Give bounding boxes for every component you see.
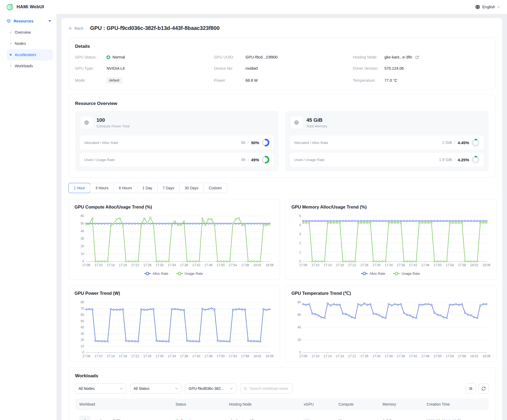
sidebar-item-accelerators[interactable]: Accelerators (7, 49, 53, 60)
svg-text:18:06: 18:06 (266, 354, 274, 358)
svg-text:20: 20 (298, 338, 301, 342)
workload-search[interactable] (240, 383, 292, 394)
svg-text:17:30: 17:30 (372, 354, 380, 358)
tab-3-hours[interactable]: 3 Hours (90, 183, 114, 193)
status-filter-select[interactable]: All Status (130, 383, 181, 394)
svg-text:1: 1 (299, 250, 301, 254)
svg-text:17:58: 17:58 (458, 354, 466, 358)
tab-7-days[interactable]: 7 Days (157, 183, 180, 193)
workload-name[interactable]: gpuburn-...-lb77m (94, 419, 124, 420)
tab-6-hours[interactable]: 6 Hours (114, 183, 137, 193)
title-row: Back GPU : GPU-f9cd036c-382f-b13d-443f-8… (68, 25, 495, 31)
detail-gpu-type: GPU Type: NVIDIA L4 (75, 66, 211, 70)
svg-text:18:06: 18:06 (266, 263, 274, 267)
refresh-button[interactable] (478, 383, 489, 394)
svg-text:2: 2 (299, 241, 301, 245)
svg-text:17:26: 17:26 (360, 263, 368, 267)
app-title: HAMi WebUI (17, 4, 44, 10)
compute-power-card: 100 Compute Power Total Allocated / Allo… (75, 111, 279, 171)
svg-text:17:50: 17:50 (217, 354, 225, 358)
svg-text:80: 80 (298, 300, 301, 304)
svg-text:17:14: 17:14 (107, 354, 115, 358)
table-header-row: Workload Status Hosting Node vGPU Comput… (75, 398, 489, 410)
detail-temperature: Temperature: 77.0 °C (353, 77, 489, 83)
svg-text:17:30: 17:30 (372, 263, 380, 267)
back-label: Back (75, 26, 83, 30)
workload-node: gke-kant...e-3fln (225, 410, 299, 420)
back-button[interactable]: Back (68, 26, 83, 30)
col-workload: Workload (75, 398, 171, 410)
svg-text:17:54: 17:54 (229, 263, 237, 267)
details-card: Details GPU Status: Normal GPU UUID: GPU… (68, 38, 495, 89)
details-title: Details (75, 44, 489, 49)
svg-text:17:38: 17:38 (397, 354, 405, 358)
svg-text:Alloc Rate: Alloc Rate (153, 272, 168, 276)
language-switcher[interactable]: English (475, 5, 500, 9)
workloads-title: Workloads (75, 373, 489, 379)
memory-usage-row: Used / Usage Rate 1.9 GiB / 4.25% (290, 153, 484, 167)
cube-icon (6, 19, 11, 23)
detail-mode: Mode: default (75, 77, 211, 83)
sidebar-section-resources[interactable]: Resources (0, 14, 56, 26)
svg-text:17:18: 17:18 (119, 263, 127, 267)
svg-text:17:18: 17:18 (336, 354, 344, 358)
divider (87, 26, 87, 30)
workload-avatar (79, 415, 91, 420)
col-vgpu: vGPU (299, 398, 334, 410)
svg-text:17:10: 17:10 (95, 263, 103, 267)
search-input[interactable] (249, 386, 289, 391)
svg-text:17:22: 17:22 (131, 354, 139, 358)
memory-total-label: Total Memory (306, 124, 327, 128)
tab-1-hour[interactable]: 1 Hour (69, 183, 90, 193)
arrow-left-icon (68, 26, 73, 30)
table-row[interactable]: gpuburn-...-lb77m Running gke-kant...e-3… (75, 410, 489, 420)
nodes-filter-select[interactable]: All Nodes (75, 383, 126, 394)
svg-text:17:14: 17:14 (323, 354, 332, 358)
svg-text:70: 70 (81, 307, 84, 311)
svg-text:18:02: 18:02 (253, 354, 261, 358)
svg-text:17:06: 17:06 (82, 354, 90, 358)
compute-alloc-donut (262, 139, 270, 147)
detail-hosting-node: Hosting Node: gke-kant...e-3fln (353, 55, 489, 59)
col-creation-time: Creation Time (422, 398, 489, 410)
memory-alloc-row: Allocated / Alloc Rate 2 GiB / 4.45% (290, 136, 484, 150)
svg-text:0: 0 (299, 351, 301, 354)
compute-usage-donut (262, 156, 270, 164)
external-link-icon[interactable] (415, 55, 419, 59)
chevron-down-icon (175, 388, 178, 390)
globe-icon (475, 5, 480, 9)
svg-text:17:54: 17:54 (446, 263, 454, 267)
sidebar-item-overview[interactable]: Overview (7, 27, 53, 38)
gpu-filter-select[interactable]: GPU-f9cd036c-382... (185, 383, 236, 394)
hami-logo-icon (6, 3, 14, 11)
svg-text:17:14: 17:14 (323, 263, 332, 267)
svg-text:4: 4 (299, 223, 301, 227)
page-title: GPU : GPU-f9cd036c-382f-b13d-443f-8baac3… (90, 25, 220, 31)
brand: HAMi WebUI (6, 3, 44, 11)
chevron-down-icon (120, 388, 123, 390)
svg-text:17:42: 17:42 (192, 354, 200, 358)
tab-1-day[interactable]: 1 Day (137, 183, 157, 193)
svg-text:40: 40 (298, 325, 301, 329)
sidebar-item-nodes[interactable]: Nodes (7, 38, 53, 49)
vgpu-tag: 1 (304, 419, 310, 420)
svg-text:17:58: 17:58 (458, 263, 466, 267)
svg-text:17:10: 17:10 (311, 354, 319, 358)
svg-text:18:06: 18:06 (482, 263, 490, 267)
svg-text:60: 60 (81, 313, 84, 317)
table-tools (466, 383, 489, 394)
svg-text:17:06: 17:06 (82, 263, 90, 267)
column-settings-button[interactable] (466, 383, 476, 394)
tab-custom[interactable]: Custom (204, 183, 227, 193)
sidebar-item-workloads[interactable]: Workloads (7, 61, 53, 71)
status-normal-icon (107, 56, 110, 59)
caret-down-icon (48, 20, 51, 22)
power-trend-card: GPU Power Trend (W) 0102030405060708017:… (68, 285, 280, 362)
resource-overview-title: Resource Overview (75, 101, 489, 106)
svg-text:17:38: 17:38 (180, 263, 188, 267)
svg-text:60: 60 (81, 214, 84, 218)
tab-30-days[interactable]: 30 Days (179, 183, 203, 193)
svg-text:17:54: 17:54 (229, 354, 237, 358)
resource-overview-card: Resource Overview 100 Compute Power Tota… (68, 95, 495, 178)
charts-row-1: GPU Compute Alloc/Usage Trend (%) 010203… (68, 199, 495, 280)
